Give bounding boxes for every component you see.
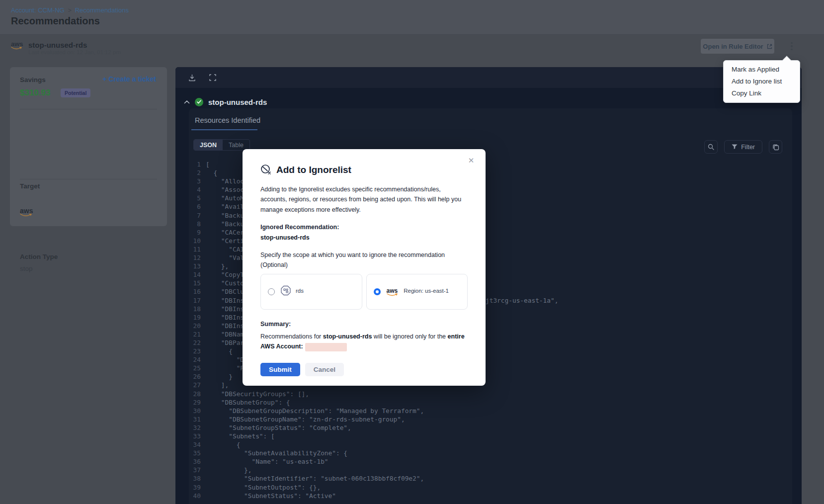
cancel-button[interactable]: Cancel [305,363,344,376]
target-aws-logo: aws [20,207,33,214]
divider [20,179,157,179]
aws-logo: aws [387,286,398,295]
breadcrumb-recommendations-link[interactable]: Recommendations [75,6,129,14]
potential-badge: Potential [61,88,90,97]
active-tab-underline [191,129,257,130]
savings-label: Savings [20,76,46,84]
code-line: 28 "DBSecurityGroups": [], [191,390,787,398]
radio-account[interactable] [374,288,381,295]
viewer-toolbar [175,67,802,88]
page-title: Recommendations [11,15,100,27]
toggle-json[interactable]: JSON [194,140,223,150]
recommendation-last-evaluated: Last evaluated on: 12 Jan, 01:12 pm [28,49,121,55]
scope-label: Specify the scope at which you want to i… [260,250,468,270]
download-icon[interactable] [185,71,198,84]
account-option-label: Region: us-east-1 [404,288,449,294]
page-header: Account: CCM-NG>Recommendations Recommen… [0,0,824,35]
tab-resources-identified[interactable]: Resources Identified [195,116,264,130]
action-type-label: Action Type [20,253,58,260]
code-line: 35 "SubnetAvailabilityZone": { [191,449,787,457]
external-link-icon [767,44,772,49]
resource-option-label: rds [296,288,304,294]
menu-item-copy-link[interactable]: Copy Link [724,87,800,99]
create-ticket-button[interactable]: + Create a ticket [102,75,156,83]
recommendation-subheader: aws stop-unused-rds Last evaluated on: 1… [0,35,824,64]
scope-option-resource[interactable]: rds [260,274,362,310]
code-line: 34 { [191,440,787,449]
menu-item-mark-as-applied[interactable]: Mark as Applied [724,64,800,76]
more-options-kebab-button[interactable] [785,39,798,54]
code-line: 38 "SubnetIdentifier": "subnet-060c138bb… [191,474,787,483]
savings-amount: $310.93 [20,88,50,98]
close-icon[interactable]: ✕ [466,155,477,166]
panel-recommendation-name: stop-unused-rds [208,98,267,106]
menu-item-add-to-ignore-list[interactable]: Add to Ignore list [724,76,800,87]
code-line: 39 "SubnetOutpost": {}, [191,483,787,492]
success-check-icon [195,98,203,106]
target-label: Target [20,182,40,190]
ignored-recommendation-label: Ignored Recommendation: [260,224,468,231]
open-in-rule-editor-button[interactable]: Open in Rule Editor [701,39,774,54]
breadcrumb-separator-icon: > [68,7,72,14]
summary-text: Recommendations for stop-unused-rds will… [260,332,468,352]
breadcrumb-account-link[interactable]: Account: CCM-NG [11,6,65,14]
filter-funnel-icon [732,144,738,150]
context-menu: Mark as Applied Add to Ignore list Copy … [723,60,800,103]
toggle-table[interactable]: Table [223,140,249,150]
recommendation-row: stop-unused-rds [175,96,802,108]
ignore-icon [260,164,272,175]
filter-button[interactable]: Filter [724,140,762,154]
action-type-value: stop [20,265,33,272]
code-line: 36 "Name": "us-east-1b" [191,457,787,466]
code-line: 30 "DBSubnetGroupDescription": "Managed … [191,407,787,415]
filter-label: Filter [741,144,755,151]
service-icon [280,285,292,297]
add-to-ignorelist-modal: ✕ Add to Ignorelist Adding to the Ignore… [243,149,486,386]
redacted-account-id [305,343,347,351]
code-line: 33 "Subnets": [ [191,432,787,440]
summary-label: Summary: [260,321,468,328]
code-line: 40 "SubnetStatus": "Active" [191,492,787,500]
modal-title: Add to Ignorelist [276,165,351,175]
divider [20,109,157,109]
collapse-chevron-icon[interactable] [184,100,190,104]
radio-resource[interactable] [268,288,275,295]
viewer-actions: Filter [704,140,782,154]
code-line: 29 "DBSubnetGroup": { [191,398,787,407]
code-line: 37 }, [191,466,787,474]
modal-description: Adding to the Ignorelist excludes specif… [260,184,468,215]
search-button[interactable] [704,140,718,154]
recommendation-name: stop-unused-rds [28,41,87,49]
fullscreen-icon[interactable] [206,71,219,84]
aws-logo: aws [11,41,23,47]
savings-card: Savings + Create a ticket $310.93 Potent… [10,67,167,226]
ignored-recommendation-value: stop-unused-rds [260,234,468,241]
code-line: 32 "SubnetGroupStatus": "Complete", [191,423,787,432]
copy-button[interactable] [769,140,782,154]
view-toggle: JSON Table [193,139,250,151]
code-line: 31 "DBSubnetGroupName": "zn-dr-rds-subne… [191,415,787,423]
open-in-rule-editor-label: Open in Rule Editor [703,43,763,50]
breadcrumb: Account: CCM-NG>Recommendations [11,6,129,14]
scope-option-account[interactable]: aws Region: us-east-1 [366,274,468,310]
submit-button[interactable]: Submit [260,363,300,376]
